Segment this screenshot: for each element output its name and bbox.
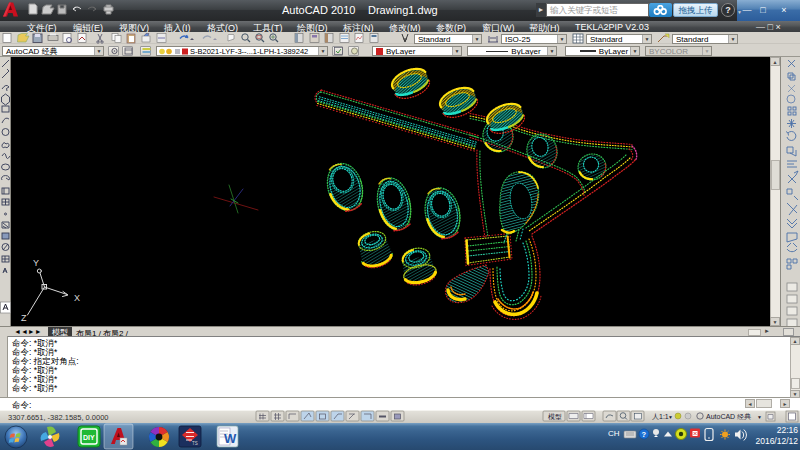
svg-text:AutoCAD 经典: AutoCAD 经典 [706,413,751,420]
svg-text:TS: TS [192,441,198,446]
svg-text:▼: ▼ [668,414,673,420]
svg-text:?: ? [642,430,647,439]
svg-text:DIY: DIY [83,434,95,441]
svg-text:人1:1: 人1:1 [652,413,669,421]
svg-text:▼: ▼ [757,414,762,420]
svg-text:模型: 模型 [548,413,562,421]
svg-text:CH: CH [608,429,620,438]
svg-text:W: W [224,431,237,446]
